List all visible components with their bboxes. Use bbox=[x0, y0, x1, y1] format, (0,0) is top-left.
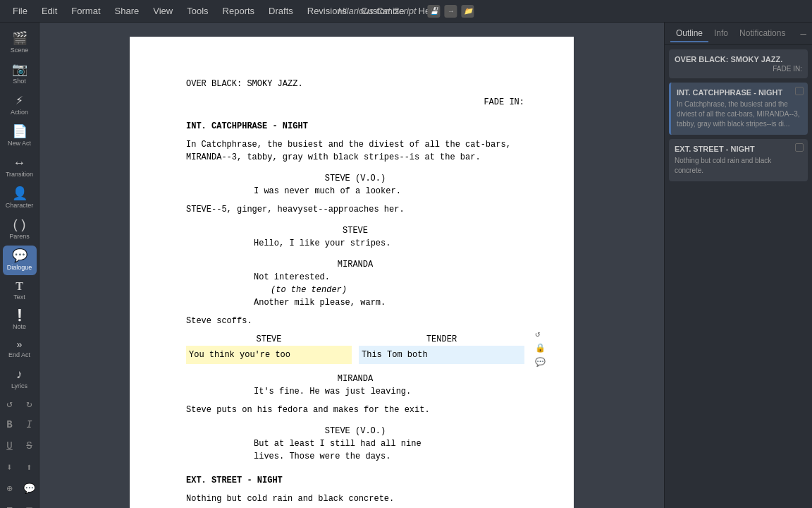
app-title: Hilarious Cat Script 💾 → 📁 bbox=[338, 5, 474, 18]
menu-edit[interactable]: Edit bbox=[35, 3, 64, 19]
script-action-1: In Catchphrase, the busiest and the divi… bbox=[186, 138, 524, 164]
sidebar-label-parens: Parens bbox=[9, 233, 30, 240]
sidebar-label-dialogue: Dialogue bbox=[7, 264, 32, 271]
action-icon: ⚡ bbox=[16, 95, 23, 107]
editor-area: OVER BLACK: SMOKY JAZZ. FADE IN: INT. CA… bbox=[39, 23, 664, 508]
sidebar-item-end-act[interactable]: » End Act bbox=[3, 336, 37, 363]
bold-icon[interactable]: B bbox=[1, 416, 18, 433]
sidebar-item-parens[interactable]: () Parens bbox=[3, 214, 37, 244]
sidebar-item-transition[interactable]: ↔ Transition bbox=[3, 152, 37, 182]
dual-rotate-icon[interactable]: ↺ bbox=[535, 328, 546, 341]
script-action-4: Steve puts on his fedora and makes for t… bbox=[186, 404, 524, 416]
dual-bubble-icon[interactable]: 💬 bbox=[535, 356, 546, 369]
grid-icon[interactable]: ⊞ bbox=[1, 501, 18, 508]
strikethrough-icon[interactable]: S bbox=[21, 437, 38, 454]
panel-collapse-icon[interactable]: — bbox=[801, 28, 806, 40]
sidebar-label-text: Text bbox=[13, 294, 25, 301]
right-panel-header: Outline Info Notifications — bbox=[665, 23, 812, 45]
sidebar-label-note: Note bbox=[13, 323, 26, 330]
tab-notifications[interactable]: Notifications bbox=[734, 25, 791, 42]
sidebar-item-note[interactable]: ❕ Note bbox=[3, 306, 37, 334]
share-icon[interactable]: → bbox=[445, 5, 457, 18]
scene-icon: 🎬 bbox=[12, 32, 27, 45]
italic-icon[interactable]: I bbox=[21, 416, 38, 433]
menu-format[interactable]: Format bbox=[64, 3, 107, 19]
script-char-4: MIRANDA bbox=[186, 373, 524, 385]
outline-checkbox-street[interactable] bbox=[795, 143, 804, 152]
sidebar-item-action[interactable]: ⚡ Action bbox=[3, 90, 37, 120]
outline-card-first[interactable]: OVER BLACK: SMOKY JAZZ. FADE IN: bbox=[669, 49, 808, 78]
upload-icon[interactable]: ⬆ bbox=[21, 459, 38, 476]
parens-icon: () bbox=[12, 219, 27, 231]
transition-icon: ↔ bbox=[16, 157, 23, 169]
panel-tabs: Outline Info Notifications bbox=[670, 25, 791, 42]
sidebar-label-new-act: New Act bbox=[8, 140, 31, 147]
download-icon[interactable]: ⬇ bbox=[1, 459, 18, 476]
outline-text-catchphrase: In Catchphrase, the busiest and the divi… bbox=[677, 99, 802, 129]
menu-view[interactable]: View bbox=[146, 3, 180, 19]
script-char-1: STEVE (V.O.) bbox=[186, 172, 524, 185]
sidebar-item-lyrics[interactable]: ♪ Lyrics bbox=[3, 364, 37, 394]
menu-share[interactable]: Share bbox=[108, 3, 147, 19]
script-line-2: FADE IN: bbox=[186, 96, 524, 109]
dual-lock-icon[interactable]: 🔒 bbox=[535, 342, 546, 355]
menu-file[interactable]: File bbox=[6, 3, 35, 19]
menu-reports[interactable]: Reports bbox=[216, 3, 262, 19]
dual-char-left: STEVE bbox=[186, 333, 352, 346]
sidebar-label-lyrics: Lyrics bbox=[11, 382, 27, 389]
sidebar-label-action: Action bbox=[11, 109, 28, 116]
menu-bar: File Edit Format Share View Tools Report… bbox=[0, 0, 812, 23]
menu-drafts[interactable]: Drafts bbox=[262, 3, 300, 19]
sidebar-label-transition: Transition bbox=[6, 171, 33, 178]
sidebar-label-shot: Shot bbox=[13, 78, 26, 85]
underline-icon[interactable]: U bbox=[1, 437, 18, 454]
script-char-3: MIRANDA bbox=[186, 258, 524, 271]
sidebar-item-new-act[interactable]: 📄 New Act bbox=[3, 121, 37, 151]
main-layout: 🎬 Scene 📷 Shot ⚡ Action 📄 New Act ↔ Tran… bbox=[0, 23, 812, 508]
sidebar-label-end-act: End Act bbox=[8, 351, 30, 358]
right-panel: Outline Info Notifications — OVER BLACK:… bbox=[664, 23, 812, 508]
sidebar-item-dialogue[interactable]: 💬 Dialogue bbox=[3, 246, 37, 275]
script-paren-1: (to the tender) bbox=[271, 284, 440, 296]
crosshair-icon[interactable]: ⊕ bbox=[1, 480, 18, 497]
outline-text-street: Nothing but cold rain and black concrete… bbox=[675, 156, 802, 176]
dual-text-left: You think you're too bbox=[186, 346, 352, 364]
script-action-2: STEVE--5, ginger, heavyset--approaches h… bbox=[186, 203, 524, 216]
scene-heading-2: EXT. STREET - NIGHT bbox=[186, 474, 524, 487]
left-sidebar: 🎬 Scene 📷 Shot ⚡ Action 📄 New Act ↔ Tran… bbox=[0, 23, 39, 508]
folder-icon[interactable]: 📁 bbox=[462, 5, 474, 18]
dual-text-right: This Tom both bbox=[359, 346, 524, 364]
redo-icon[interactable]: ↻ bbox=[21, 395, 38, 412]
script-dial-1: I was never much of a looker. bbox=[254, 185, 457, 198]
menu-tools[interactable]: Tools bbox=[180, 3, 215, 19]
comment-icon[interactable]: 💬 bbox=[21, 480, 38, 497]
script-char-2: STEVE bbox=[186, 224, 524, 237]
dual-actions: ↺ 🔒 💬 bbox=[535, 328, 546, 369]
scene-heading-1: INT. CATCHPHRASE - NIGHT bbox=[186, 120, 524, 133]
sidebar-item-character[interactable]: 👤 Character bbox=[3, 183, 37, 213]
script-dial-3: Not interested. bbox=[254, 271, 457, 284]
tab-outline[interactable]: Outline bbox=[670, 25, 708, 42]
shot-icon: 📷 bbox=[12, 64, 27, 76]
sidebar-item-shot[interactable]: 📷 Shot bbox=[3, 59, 37, 89]
dual-char-right: TENDER bbox=[359, 333, 524, 346]
sidebar-item-scene[interactable]: 🎬 Scene bbox=[3, 28, 37, 58]
outline-card-catchphrase[interactable]: INT. CATCHPHRASE - NIGHT In Catchphrase,… bbox=[669, 83, 808, 135]
script-container[interactable]: OVER BLACK: SMOKY JAZZ. FADE IN: INT. CA… bbox=[39, 23, 664, 508]
dual-left: STEVE You think you're too bbox=[186, 333, 352, 364]
undo-icon[interactable]: ↺ bbox=[1, 395, 18, 412]
tab-info[interactable]: Info bbox=[708, 25, 734, 42]
outline-checkbox-catchphrase[interactable] bbox=[795, 87, 804, 95]
script-dial-5: It's fine. He was just leaving. bbox=[254, 385, 457, 398]
script-action-3: Steve scoffs. bbox=[186, 315, 524, 327]
save-icon[interactable]: 💾 bbox=[428, 5, 441, 18]
stack-icon[interactable]: ▤ bbox=[21, 501, 38, 508]
outline-heading-street: EXT. STREET - NIGHT bbox=[675, 145, 802, 153]
script-page: OVER BLACK: SMOKY JAZZ. FADE IN: INT. CA… bbox=[130, 37, 574, 508]
sidebar-item-text[interactable]: T Text bbox=[3, 277, 37, 305]
outline-first-sub: FADE IN: bbox=[675, 65, 802, 73]
script-char-5: STEVE (V.O.) bbox=[186, 425, 524, 437]
outline-heading-catchphrase: INT. CATCHPHRASE - NIGHT bbox=[677, 88, 802, 97]
outline-card-street[interactable]: EXT. STREET - NIGHT Nothing but cold rai… bbox=[669, 139, 808, 181]
lyrics-icon: ♪ bbox=[16, 368, 23, 381]
